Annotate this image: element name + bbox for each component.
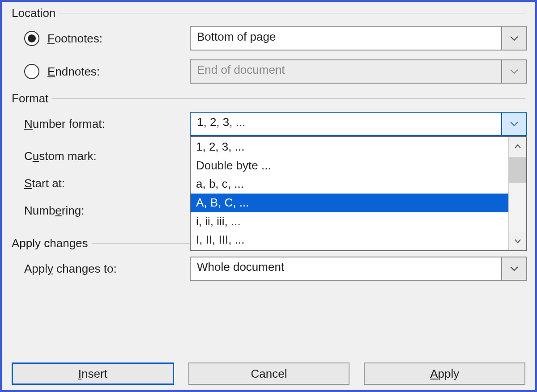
footnotes-label: Footnotes: [47, 32, 102, 46]
number-format-label: Number format: [24, 117, 105, 131]
start-at-label: Start at: [24, 177, 65, 190]
apply-changes-to-label: Apply changes to: [24, 262, 117, 276]
insert-button[interactable]: Insert [12, 362, 174, 385]
number-format-option-list: 1, 2, 3, ...Double byte ...a, b, c, ...A… [191, 137, 508, 250]
endnotes-combo-button [501, 60, 526, 83]
number-format-option[interactable]: 1, 2, 3, ... [191, 138, 508, 156]
endnotes-radio[interactable] [24, 64, 39, 79]
number-format-option[interactable]: A, B, C, ... [191, 194, 508, 212]
apply-changes-to-combo[interactable]: Whole document [190, 257, 527, 281]
section-format: Format [12, 92, 527, 105]
chevron-down-icon [510, 122, 518, 126]
row-apply-changes-to: Apply changes to: Whole document [12, 257, 527, 281]
footnotes-location-value: Bottom of page [191, 27, 501, 50]
section-format-title: Format [12, 92, 52, 105]
section-location: Location [12, 6, 527, 20]
number-format-option[interactable]: i, ii, iii, ... [191, 212, 508, 231]
numbering-label: Numbering: [24, 204, 84, 218]
number-format-combo-button[interactable] [501, 113, 526, 135]
apply-changes-to-value: Whole document [191, 257, 501, 280]
custom-mark-label: Custom mark: [24, 149, 97, 163]
number-format-option[interactable]: a, b, c, ... [191, 175, 508, 194]
section-rule [52, 98, 525, 99]
cancel-button[interactable]: Cancel [188, 362, 350, 385]
dropdown-scrollbar[interactable] [508, 137, 526, 250]
chevron-up-icon [515, 144, 521, 148]
scroll-thumb[interactable] [509, 157, 526, 183]
section-apply-title: Apply changes [12, 236, 92, 250]
number-format-value: 1, 2, 3, ... [191, 113, 501, 135]
endnotes-label: Endnotes: [47, 65, 100, 79]
endnotes-location-value: End of document [191, 60, 501, 83]
endnotes-location-combo: End of document [190, 59, 527, 84]
chevron-down-icon [510, 69, 518, 74]
footnotes-location-combo[interactable]: Bottom of page [190, 26, 527, 51]
section-location-title: Location [12, 6, 59, 20]
footnotes-option[interactable]: Footnotes: [24, 31, 190, 46]
row-endnotes: Endnotes: End of document [12, 59, 527, 84]
number-format-option[interactable]: I, II, III, ... [191, 231, 508, 249]
row-footnotes: Footnotes: Bottom of page [12, 26, 527, 51]
endnotes-option[interactable]: Endnotes: [24, 64, 190, 79]
footnote-endnote-dialog: Location Footnotes: Bottom of page Endno… [0, 0, 537, 392]
chevron-down-icon [515, 239, 521, 243]
number-format-dropdown: 1, 2, 3, ...Double byte ...a, b, c, ...A… [190, 136, 527, 251]
apply-button[interactable]: Apply [364, 362, 525, 385]
apply-combo-button[interactable] [501, 257, 526, 280]
row-number-format: Number format: 1, 2, 3, ... 1, 2, 3, ...… [12, 112, 527, 136]
scroll-down-button[interactable] [509, 232, 526, 250]
chevron-down-icon [510, 36, 518, 41]
footnotes-combo-button[interactable] [501, 27, 526, 50]
section-rule [59, 13, 525, 13]
number-format-combo[interactable]: 1, 2, 3, ... [190, 112, 527, 136]
dialog-buttons: Insert Cancel Apply [12, 362, 525, 385]
scroll-up-button[interactable] [509, 137, 526, 156]
chevron-down-icon [510, 266, 518, 271]
footnotes-radio[interactable] [24, 31, 39, 46]
number-format-option[interactable]: Double byte ... [191, 156, 508, 175]
scroll-track[interactable] [509, 156, 526, 232]
